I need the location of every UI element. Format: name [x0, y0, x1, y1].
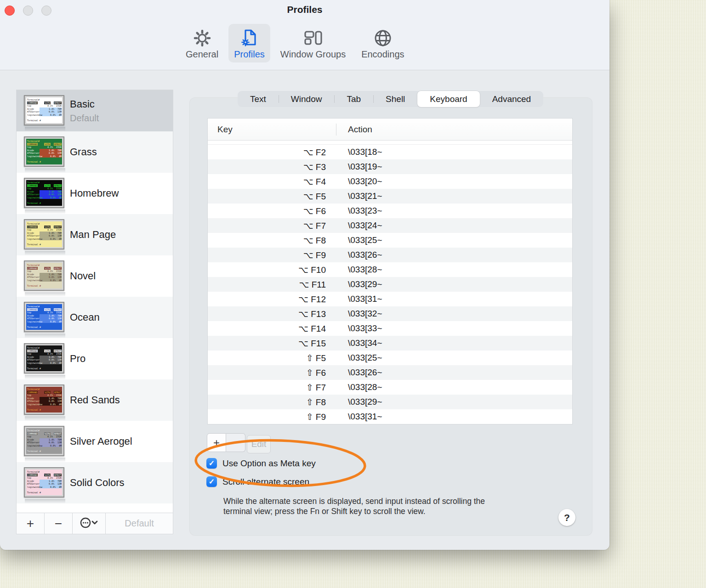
table-row[interactable]: ⇧ F9\033[31~ [208, 409, 572, 424]
table-row[interactable]: ⇧ F8\033[29~ [208, 395, 572, 409]
preferences-toolbar: General [180, 24, 410, 62]
remove-profile-button[interactable]: − [45, 513, 73, 534]
thumbnail-reflection [25, 416, 65, 421]
tab-advanced[interactable]: Advanced [480, 91, 544, 107]
column-divider [336, 124, 336, 136]
table-row[interactable]: ⌥ F7\033[24~ [208, 218, 572, 233]
toolbar-item-window-groups[interactable]: Window Groups [275, 24, 351, 62]
window-title: Profiles [0, 4, 609, 15]
titlebar: Profiles Gen [0, 0, 609, 70]
profile-name: Red Sands [70, 394, 120, 406]
table-row[interactable]: ⌥ F12\033[31~ [208, 292, 572, 306]
preferences-window: Profiles Gen [0, 0, 609, 550]
profile-name: Ocean [70, 311, 100, 323]
table-body: ⌥ F2\033[18~⌥ F3\033[19~⌥ F4\033[20~⌥ F5… [208, 145, 572, 424]
profile-list-item[interactable]: Terminal# COMMAND %CPURPRVT top4.1%231KX… [17, 297, 173, 338]
profile-name: Solid Colors [70, 477, 125, 489]
toolbar-item-label: Profiles [234, 49, 265, 60]
thumbnail-reflection [25, 375, 65, 379]
partial-scrolled-row [208, 141, 572, 145]
toolbar-item-general[interactable]: General [180, 24, 224, 62]
profile-name: Novel [70, 270, 96, 282]
table-row[interactable]: ⌥ F10\033[28~ [208, 262, 572, 277]
use-option-as-meta-checkbox[interactable]: ✓ [206, 458, 217, 469]
checkmark-icon: ✓ [209, 460, 215, 467]
profile-thumbnail: Terminal# COMMAND %CPURPRVT top4.1%231KX… [24, 384, 64, 415]
profile-doc-icon [239, 28, 260, 48]
thumbnail-reflection [25, 209, 65, 214]
table-row[interactable]: ⌥ F6\033[23~ [208, 204, 572, 218]
profile-thumbnail: Terminal# COMMAND %CPURPRVT top4.1%231KX… [24, 467, 64, 498]
thumbnail-reflection [25, 499, 65, 503]
profile-list-item[interactable]: Terminal# COMMAND %CPURPRVT top4.1%231KX… [17, 338, 173, 379]
profile-subtitle: Default [70, 113, 99, 124]
help-button[interactable]: ? [558, 509, 575, 526]
table-row[interactable]: ⇧ F5\033[25~ [208, 351, 572, 365]
remove-mapping-button[interactable]: − [226, 433, 245, 452]
profile-list-item[interactable]: Terminal# COMMAND %CPURPRVT top4.1%231KX… [17, 131, 173, 173]
toolbar-item-label: Encodings [361, 49, 404, 60]
profile-thumbnail: Terminal# COMMAND %CPURPRVT top4.1%231KX… [24, 136, 64, 167]
table-row[interactable]: ⌥ F8\033[25~ [208, 233, 572, 248]
thumbnail-reflection [25, 168, 65, 173]
tab-bar: TextWindowTabShellKeyboardAdvanced [238, 91, 543, 107]
profile-thumbnail: Terminal# COMMAND %CPURPRVT top4.1%231KX… [24, 426, 64, 456]
profile-list-item[interactable]: Terminal# COMMAND %CPURPRVT top4.1%231KX… [17, 90, 173, 131]
table-row[interactable]: ⇧ F7\033[28~ [208, 380, 572, 395]
profile-list-item[interactable]: Terminal# COMMAND %CPURPRVT top4.1%231KX… [17, 214, 173, 255]
profile-list-item[interactable]: Terminal# COMMAND %CPURPRVT top4.1%231KX… [17, 173, 173, 214]
table-row[interactable]: ⌥ F11\033[29~ [208, 277, 572, 292]
edit-mapping-button[interactable]: Edit [247, 435, 271, 453]
table-row[interactable]: ⌥ F3\033[19~ [208, 159, 572, 174]
profile-list-item[interactable]: Terminal# COMMAND %CPURPRVT top4.1%231KX… [17, 462, 173, 503]
table-header: Key Action [208, 119, 572, 141]
scroll-alternate-screen-row: ✓ Scroll alternate screen [206, 476, 309, 487]
profile-name: Basic [70, 98, 99, 110]
profile-thumbnail: Terminal# COMMAND %CPURPRVT top4.1%231KX… [24, 95, 64, 125]
scroll-alternate-screen-checkbox[interactable]: ✓ [206, 476, 217, 487]
thumbnail-reflection [25, 127, 65, 131]
profile-thumbnail: Terminal# COMMAND %CPURPRVT top4.1%231KX… [24, 343, 64, 373]
table-row[interactable]: ⇧ F6\033[26~ [208, 365, 572, 380]
profile-list: Terminal# COMMAND %CPURPRVT top4.1%231KX… [17, 90, 173, 513]
profile-list-item[interactable]: Terminal# COMMAND %CPURPRVT top4.1%231KX… [17, 421, 173, 462]
add-mapping-button[interactable]: + [207, 433, 226, 452]
profile-actions-button[interactable] [73, 513, 106, 534]
thumbnail-reflection [25, 251, 65, 255]
desktop-background: Profiles Gen [0, 0, 706, 588]
alternate-screen-help-text: While the alternate screen is displayed,… [223, 497, 536, 516]
tab-tab[interactable]: Tab [334, 91, 373, 107]
profile-thumbnail: Terminal# COMMAND %CPURPRVT top4.1%231KX… [24, 302, 64, 332]
table-row[interactable]: ⌥ F5\033[21~ [208, 189, 572, 204]
profile-thumbnail: Terminal# COMMAND %CPURPRVT top4.1%231KX… [24, 219, 64, 249]
profiles-sidebar: Terminal# COMMAND %CPURPRVT top4.1%231KX… [17, 90, 173, 534]
table-row[interactable]: ⌥ F9\033[26~ [208, 248, 572, 262]
tab-shell[interactable]: Shell [373, 91, 417, 107]
checkbox-label: Scroll alternate screen [222, 477, 309, 487]
profile-name: Silver Aerogel [70, 435, 132, 447]
toolbar-item-encodings[interactable]: Encodings [356, 24, 410, 62]
add-profile-button[interactable]: + [17, 513, 45, 534]
sidebar-toolbar: + − Default [17, 513, 173, 534]
tab-keyboard[interactable]: Keyboard [417, 91, 479, 107]
tab-window[interactable]: Window [279, 91, 335, 107]
table-row[interactable]: ⌥ F13\033[32~ [208, 306, 572, 321]
profile-thumbnail: Terminal# COMMAND %CPURPRVT top4.1%231KX… [24, 178, 64, 208]
column-header-action[interactable]: Action [336, 124, 372, 135]
gear-icon [192, 28, 212, 48]
toolbar-item-label: Window Groups [280, 49, 346, 60]
table-row[interactable]: ⌥ F4\033[20~ [208, 174, 572, 189]
use-option-as-meta-row: ✓ Use Option as Meta key [206, 458, 316, 469]
profile-thumbnail: Terminal# COMMAND %CPURPRVT top4.1%231KX… [24, 260, 64, 291]
table-row[interactable]: ⌥ F15\033[34~ [208, 336, 572, 351]
toolbar-item-profiles[interactable]: Profiles [228, 24, 270, 62]
profile-name: Homebrew [70, 187, 119, 199]
profile-list-item[interactable]: Terminal# COMMAND %CPURPRVT top4.1%231KX… [17, 255, 173, 297]
table-row[interactable]: ⌥ F14\033[33~ [208, 321, 572, 336]
table-row[interactable]: ⌥ F2\033[18~ [208, 145, 572, 159]
tab-text[interactable]: Text [238, 91, 279, 107]
column-header-key[interactable]: Key [208, 124, 336, 135]
checkbox-label: Use Option as Meta key [222, 458, 316, 469]
default-profile-button[interactable]: Default [106, 513, 173, 534]
profile-list-item[interactable]: Terminal# COMMAND %CPURPRVT top4.1%231KX… [17, 379, 173, 421]
